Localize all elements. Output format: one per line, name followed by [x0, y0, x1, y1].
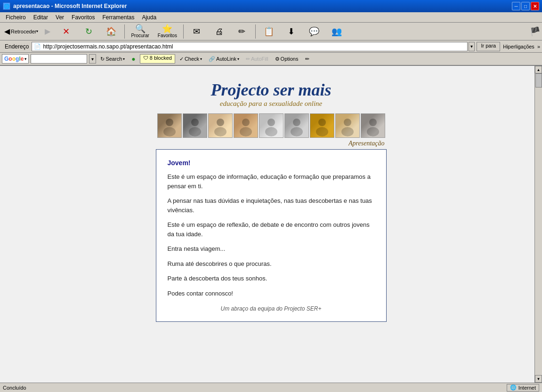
separator3	[255, 24, 256, 39]
svg-point-17	[367, 127, 379, 136]
edit-icon: ✏	[238, 27, 245, 36]
google-circle-icon: ●	[131, 55, 135, 63]
svg-point-10	[293, 119, 300, 126]
research-button[interactable]: 📋	[259, 26, 279, 37]
home-button[interactable]: 🏠	[101, 26, 121, 37]
address-dropdown[interactable]: ▾	[469, 42, 475, 51]
site-title: Projecto ser mais	[211, 80, 332, 100]
autolink-dropdown-icon[interactable]: ▾	[237, 57, 239, 61]
svg-point-9	[265, 127, 277, 136]
mail-button[interactable]: ✉	[186, 26, 207, 37]
google-refresh-button[interactable]: ↻ Search ▾	[98, 54, 127, 64]
google-o1: o	[8, 56, 12, 62]
check-dropdown-icon[interactable]: ▾	[200, 57, 202, 61]
toolbar: ◀ Retroceder ▾ ▶ ✕ ↻ 🏠 🔍 Procurar ⭐ Favo…	[0, 23, 542, 40]
maximize-button[interactable]: □	[521, 2, 530, 10]
nav-label[interactable]: Apresentação	[348, 140, 384, 147]
check-icon: ✓	[179, 56, 184, 62]
photo-6	[284, 113, 309, 138]
favorites-button[interactable]: ⭐ Favoritos	[154, 23, 180, 40]
links-label: Hiperligações	[500, 44, 537, 49]
options-button[interactable]: ⚙ Options	[273, 54, 301, 64]
users-icon: 👥	[332, 27, 342, 36]
photo-1	[157, 113, 182, 138]
forward-button[interactable]: ▶	[42, 24, 54, 39]
menu-ficheiro[interactable]: Ficheiro	[2, 13, 30, 22]
stop-icon: ✕	[63, 27, 70, 36]
menu-favoritos[interactable]: Favoritos	[68, 13, 98, 22]
mail-icon: ✉	[193, 27, 200, 36]
refresh-button[interactable]: ↻	[78, 26, 99, 37]
google-logo-dropdown-icon[interactable]: ▾	[24, 57, 26, 61]
research-icon: 📋	[264, 27, 274, 36]
edit-button[interactable]: ✏	[232, 26, 252, 37]
options-label: Options	[281, 56, 299, 62]
svg-point-0	[166, 119, 173, 126]
close-button[interactable]: ✕	[531, 2, 539, 10]
download-button[interactable]: ⬇	[281, 26, 302, 37]
print-button[interactable]: 🖨	[209, 26, 230, 37]
photo-9	[361, 113, 385, 138]
svg-point-3	[189, 127, 201, 136]
menu-ferramentas[interactable]: Ferramentas	[98, 13, 138, 22]
menu-ajuda[interactable]: Ajuda	[138, 13, 160, 22]
photos-row	[157, 113, 385, 138]
autofill-button[interactable]: ✏ AutoFill	[243, 54, 271, 64]
scrollbar-thumb[interactable]	[535, 73, 542, 88]
google-search-label: Search	[105, 56, 122, 62]
google-logo-button[interactable]: Google ▾	[2, 54, 29, 64]
expand-links-icon[interactable]: »	[537, 44, 540, 49]
page-icon: 📄	[34, 43, 41, 50]
star-icon: ⭐	[162, 24, 172, 33]
back-dropdown-icon[interactable]: ▾	[36, 29, 38, 33]
photo-8	[335, 113, 360, 138]
window-title: apresentacao - Microsoft Internet Explor…	[13, 3, 127, 9]
google-search-input[interactable]	[31, 54, 87, 64]
svg-point-13	[316, 127, 328, 136]
messenger-button[interactable]: 💬	[304, 26, 324, 37]
scrollbar-track[interactable]: ▲ ▼	[534, 66, 542, 383]
address-input-container[interactable]: 📄	[32, 42, 468, 51]
autolink-button[interactable]: 🔗 AutoLink ▾	[206, 54, 242, 64]
google-refresh-icon: ↻	[100, 56, 105, 62]
paragraph-3: Entra nesta viagem...	[168, 244, 375, 254]
stop-button[interactable]: ✕	[56, 26, 76, 37]
blocked-button[interactable]: 🛡 8 blocked	[140, 54, 175, 64]
check-button[interactable]: ✓ Check ▾	[177, 54, 204, 64]
back-label: Retroceder	[11, 29, 36, 34]
content-area: Projecto ser mais educação para a sexual…	[0, 66, 542, 383]
address-input[interactable]	[43, 43, 465, 50]
menu-editar[interactable]: Editar	[30, 13, 52, 22]
scrollbar-down-button[interactable]: ▼	[535, 375, 542, 383]
print-icon: 🖨	[215, 27, 224, 36]
search-button[interactable]: 🔍 Procurar	[128, 23, 152, 40]
scrollbar-up-button[interactable]: ▲	[535, 66, 542, 73]
pencil-icon: ✏	[305, 56, 309, 62]
paragraph-4: Ruma até descobrires o que procuras.	[168, 259, 375, 269]
back-button[interactable]: ◀ Retroceder ▾	[2, 24, 40, 39]
window-controls[interactable]: ─ □ ✕	[512, 2, 539, 10]
google-e: e	[21, 56, 24, 62]
separator1	[124, 24, 125, 39]
blocked-label: 8 blocked	[150, 55, 172, 61]
menu-ver[interactable]: Ver	[52, 13, 68, 22]
autofill-icon: ✏	[246, 56, 250, 62]
svg-point-12	[318, 119, 326, 126]
users-button[interactable]: 👥	[326, 26, 347, 37]
svg-point-5	[214, 127, 227, 136]
box-title: Jovem!	[168, 159, 375, 167]
main-box: Jovem! Este é um espaço de informação, e…	[156, 149, 387, 322]
svg-point-14	[344, 119, 351, 126]
google-circle-button[interactable]: ●	[129, 54, 138, 64]
go-button[interactable]: Ir para	[477, 42, 500, 51]
google-search-dropdown[interactable]: ▾	[89, 54, 96, 64]
google-search-dropdown-icon[interactable]: ▾	[123, 57, 125, 61]
title-bar-left: 🌐 apresentacao - Microsoft Internet Expl…	[3, 2, 127, 10]
google-g2: g	[16, 56, 19, 62]
download-icon: ⬇	[288, 27, 295, 36]
options-pencil-button[interactable]: ✏	[303, 54, 312, 64]
options-icon: ⚙	[275, 56, 280, 62]
site-subtitle: educação para a sexualidade online	[220, 100, 322, 108]
minimize-button[interactable]: ─	[512, 2, 520, 10]
paragraph-5: Parte à descoberta dos teus sonhos.	[168, 274, 375, 283]
